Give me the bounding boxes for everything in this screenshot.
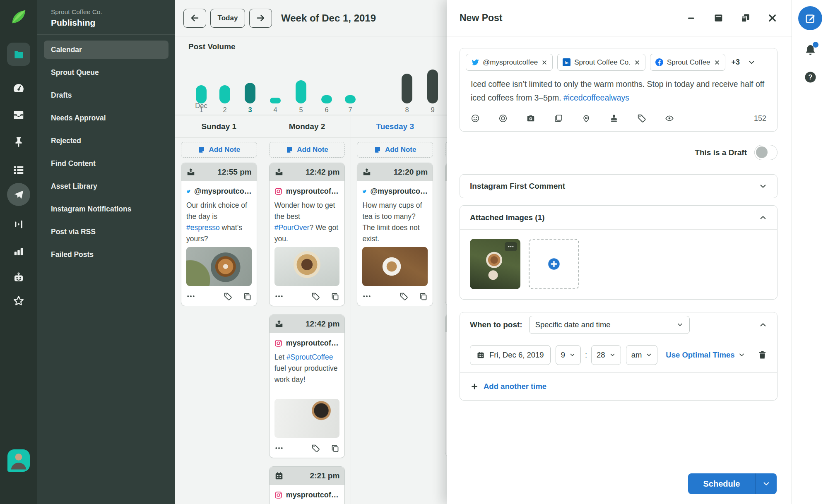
duplicate-icon[interactable]: [331, 292, 339, 301]
sidebar-item-rejected[interactable]: Rejected: [44, 132, 168, 150]
pushpin-icon[interactable]: [12, 136, 25, 148]
draft-toggle[interactable]: [754, 145, 777, 160]
publishing-folder-icon-glyph: [13, 49, 24, 60]
notifications-bell-icon[interactable]: [804, 43, 817, 57]
instagram-first-comment-header[interactable]: Instagram First Comment: [460, 175, 777, 198]
bar-chart-icon[interactable]: [12, 245, 25, 257]
schedule-button[interactable]: Schedule: [688, 473, 755, 494]
post-time: 12:55 pm: [217, 168, 251, 177]
sidebar-item-instagram-notifications[interactable]: Instagram Notifications: [44, 200, 168, 218]
schedule-options-button[interactable]: [755, 473, 777, 494]
tag-icon[interactable]: [400, 292, 408, 301]
duplicate-icon[interactable]: [243, 292, 252, 301]
chevron-up-icon[interactable]: [759, 214, 767, 222]
layers-icon[interactable]: [554, 114, 563, 123]
emoji-icon[interactable]: [471, 114, 480, 123]
delete-time-button[interactable]: [758, 350, 767, 360]
when-to-post-label: When to post:: [470, 320, 522, 329]
hashtag-link[interactable]: #PourOver: [274, 223, 310, 232]
close-icon[interactable]: [767, 13, 777, 23]
more-options-icon[interactable]: [274, 444, 284, 453]
tag-icon[interactable]: [224, 292, 232, 301]
chevron-up-icon[interactable]: [759, 321, 767, 329]
pulse-icon[interactable]: [12, 218, 25, 230]
tag-icon[interactable]: [311, 444, 320, 453]
chevron-down-icon[interactable]: [748, 58, 756, 66]
attached-images-body: [460, 230, 777, 299]
location-icon[interactable]: [582, 114, 591, 123]
chevron-down-icon[interactable]: [759, 182, 767, 190]
bot-icon[interactable]: [12, 272, 25, 284]
hour-select[interactable]: 9: [556, 345, 581, 365]
previous-week-button[interactable]: [183, 9, 206, 28]
duplicate-icon[interactable]: [419, 292, 428, 301]
remove-profile-icon[interactable]: [714, 60, 720, 65]
target-icon[interactable]: [498, 114, 508, 123]
hashtag-link[interactable]: #SproutCoffee: [286, 353, 333, 361]
sidebar-item-calendar[interactable]: Calendar: [44, 41, 168, 59]
schedule-mode-select[interactable]: Specific date and time: [529, 316, 690, 334]
more-options-icon[interactable]: [362, 292, 371, 301]
post-card[interactable]: 12:55 pm@mysproutco…Our drink choice of …: [181, 163, 257, 306]
sidebar-item-find-content[interactable]: Find Content: [44, 154, 168, 173]
meridiem-select[interactable]: am: [626, 345, 658, 365]
schedule-time-row: Fri, Dec 6, 2019 9 : 28 am Use Optimal T…: [460, 337, 777, 373]
camera-icon[interactable]: [526, 114, 535, 123]
compose-button[interactable]: [798, 6, 822, 30]
star-icon[interactable]: [12, 295, 25, 307]
stamp-icon[interactable]: [609, 114, 619, 123]
post-account: mysproutcof…: [274, 489, 340, 504]
volume-day-label: 4: [270, 106, 281, 114]
more-options-icon[interactable]: [186, 292, 195, 301]
list-icon[interactable]: [12, 164, 25, 176]
add-image-button[interactable]: [529, 239, 579, 289]
post-card[interactable]: 12:20 pm@mysproutco…How many cups of tea…: [357, 163, 433, 306]
maximize-icon[interactable]: [713, 13, 724, 23]
profiles-overflow-count[interactable]: +3: [732, 58, 740, 67]
attached-images-header[interactable]: Attached Images (1): [460, 206, 777, 230]
inbox-icon[interactable]: [12, 109, 25, 121]
publishing-folder-icon[interactable]: [7, 43, 30, 66]
today-button[interactable]: Today: [210, 9, 245, 28]
add-another-time-button[interactable]: Add another time: [460, 373, 777, 400]
remove-profile-icon[interactable]: [634, 60, 640, 65]
user-avatar[interactable]: [7, 449, 30, 472]
eye-icon[interactable]: [665, 114, 674, 123]
sidebar-item-asset-library[interactable]: Asset Library: [44, 177, 168, 195]
minimize-icon[interactable]: [686, 13, 697, 23]
tag-icon[interactable]: [311, 292, 320, 301]
image-options-button[interactable]: [505, 242, 517, 251]
gauge-icon[interactable]: [12, 82, 25, 94]
tag-icon[interactable]: [637, 114, 646, 123]
add-note-button[interactable]: Add Note: [357, 142, 433, 158]
help-icon[interactable]: ?: [804, 71, 816, 83]
use-optimal-times-link[interactable]: Use Optimal Times: [666, 350, 745, 360]
volume-bar-day-5: 5: [296, 52, 306, 103]
paper-plane-icon[interactable]: [7, 183, 30, 206]
popout-icon[interactable]: [740, 13, 751, 23]
more-options-icon[interactable]: [274, 292, 284, 301]
sidebar-item-sprout-queue[interactable]: Sprout Queue: [44, 63, 168, 82]
volume-bar-day-7: 7: [345, 52, 356, 103]
attached-image-thumbnail[interactable]: [470, 239, 520, 289]
hashtag-link[interactable]: #icedcoffeealways: [563, 93, 629, 102]
post-message-input[interactable]: Iced coffee isn’t limited to only the wa…: [460, 72, 777, 105]
remove-profile-icon[interactable]: [542, 60, 547, 65]
day-posts: W#rs#t: [439, 161, 447, 456]
sidebar-item-failed-posts[interactable]: Failed Posts: [44, 245, 168, 264]
hashtag-link[interactable]: #espresso: [186, 223, 220, 232]
minute-select[interactable]: 28: [591, 345, 621, 365]
post-card-footer: [274, 290, 340, 301]
post-card[interactable]: 2:21 pmmysproutcof…: [269, 466, 345, 504]
next-week-button[interactable]: [249, 9, 272, 28]
avatar-photo: [7, 449, 30, 472]
sidebar-item-drafts[interactable]: Drafts: [44, 86, 168, 104]
date-picker-button[interactable]: Fri, Dec 6, 2019: [470, 345, 551, 365]
post-card[interactable]: 12:42 pmmysproutcof…Let #SproutCoffee fu…: [269, 314, 345, 458]
sidebar-item-post-via-rss[interactable]: Post via RSS: [44, 223, 168, 241]
add-note-button[interactable]: Add Note: [181, 142, 257, 158]
sidebar-item-needs-approval[interactable]: Needs Approval: [44, 109, 168, 127]
add-note-button[interactable]: Add Note: [269, 142, 345, 158]
post-card[interactable]: 12:42 pmmysproutcof…Wonder how to get th…: [269, 163, 345, 306]
duplicate-icon[interactable]: [331, 444, 339, 453]
